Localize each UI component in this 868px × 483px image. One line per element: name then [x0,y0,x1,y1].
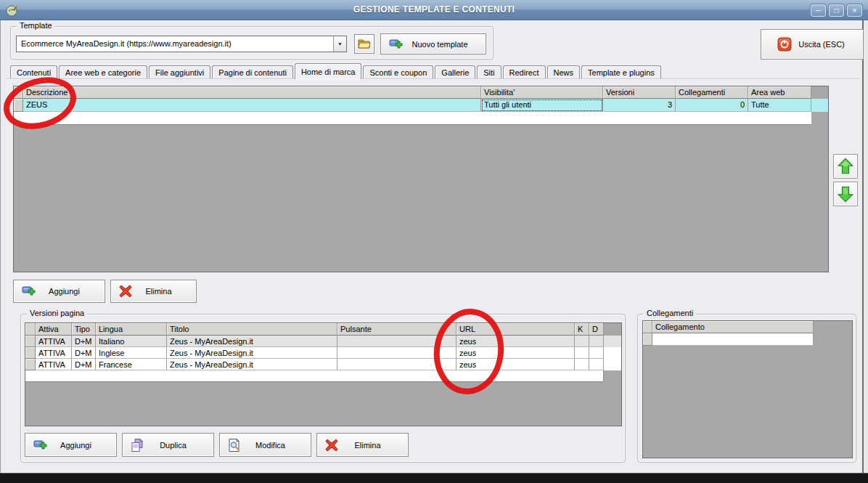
power-icon [777,37,792,52]
edit-search-icon [228,438,241,452]
cell-d[interactable] [589,359,604,370]
col-tipo[interactable]: Tipo [72,323,96,336]
add-version-button[interactable]: Aggiungi [25,433,117,457]
cell-lingua[interactable]: Italiano [96,336,167,347]
row-indicator [25,347,36,359]
col-attiva[interactable]: Attiva [36,323,72,336]
cell-url[interactable]: zeus [456,336,575,347]
open-folder-button[interactable] [354,34,374,54]
empty-row[interactable] [14,112,811,125]
cell-area-web[interactable]: Tutte [748,99,811,112]
delete-version-button[interactable]: Elimina [316,433,409,457]
table-row[interactable]: ZEUS Tutti gli utenti 3 0 Tutte [14,99,828,112]
cell-visibilita[interactable]: Tutti gli utenti [481,99,603,112]
col-descrizione[interactable]: Descrizione [23,86,481,99]
tab-template-e-plugins[interactable]: Template e plugins [581,65,661,79]
col-visibilita[interactable]: Visibilita' [481,86,603,99]
tab-aree-web-e-categorie[interactable]: Aree web e categorie [59,65,147,79]
cell-pulsante[interactable] [337,347,456,359]
col-lingua[interactable]: Lingua [96,323,167,336]
add-page-button[interactable]: Aggiungi [13,280,105,303]
col-k[interactable]: K [575,323,589,336]
cell-url[interactable]: zeus [456,359,575,370]
row-indicator [14,99,23,112]
template-combobox[interactable]: Ecommerce MyAreaDesign.it (https://www.m… [16,36,347,52]
tab-home-di-marca[interactable]: Home di marca [295,63,362,79]
add-icon [22,285,36,297]
tab-sconti-e-coupon[interactable]: Sconti e coupon [363,65,433,79]
cell-tipo[interactable]: D+M [72,359,96,370]
cell-descrizione[interactable]: ZEUS [23,99,481,112]
pages-grid[interactable]: Descrizione Visibilita' Versioni Collega… [13,86,829,272]
row-indicator-header [25,323,36,336]
delete-x-icon [325,439,338,452]
new-template-button[interactable]: Nuovo template [380,33,486,54]
tab-siti[interactable]: Siti [477,65,501,79]
col-pulsante[interactable]: Pulsante [337,323,456,336]
cell-versioni[interactable]: 3 [603,99,676,112]
cell-lingua[interactable]: Inglese [96,347,167,359]
col-area-web[interactable]: Area web [748,86,811,99]
add-icon [389,38,403,50]
add-version-label: Aggiungi [60,441,91,450]
links-grid-header: Collegamento [643,321,852,333]
links-grid[interactable]: Collegamento [642,320,853,458]
cell-url[interactable]: zeus [456,347,575,359]
cell-k[interactable] [575,359,589,370]
row-indicator-header [643,321,652,333]
tab-redirect[interactable]: Redirect [503,65,546,79]
move-up-button[interactable] [833,154,858,179]
cell-d[interactable] [589,347,604,359]
template-combobox-value: Ecommerce MyAreaDesign.it (https://www.m… [17,36,333,52]
tab-pagine-di-contenuti[interactable]: Pagine di contenuti [212,65,293,79]
tab-contenuti[interactable]: Contenuti [10,65,57,79]
duplicate-version-label: Duplica [160,441,187,450]
edit-version-label: Modifica [255,441,285,450]
table-row[interactable]: ATTIVA D+M Italiano Zeus - MyAreaDesign.… [25,336,621,347]
cell-collegamento[interactable] [652,333,814,346]
versions-grid[interactable]: Attiva Tipo Lingua Titolo Pulsante URL K… [25,322,622,426]
cell-d[interactable] [589,336,604,347]
cell-pulsante[interactable] [337,359,456,370]
tab-bar: Contenuti Aree web e categorie File aggi… [10,63,663,79]
cell-attiva[interactable]: ATTIVA [36,347,72,359]
edit-version-button[interactable]: Modifica [219,433,311,457]
cell-tipo[interactable]: D+M [72,347,96,359]
tab-gallerie[interactable]: Gallerie [435,65,475,79]
delete-page-button[interactable]: Elimina [110,280,197,303]
col-collegamento[interactable]: Collegamento [652,321,814,333]
cell-titolo[interactable]: Zeus - MyAreaDesign.it [167,359,337,370]
cell-titolo[interactable]: Zeus - MyAreaDesign.it [167,336,337,347]
cell-titolo[interactable]: Zeus - MyAreaDesign.it [167,347,337,359]
tab-file-aggiuntivi[interactable]: File aggiuntivi [149,65,210,79]
close-button[interactable]: × [847,4,862,17]
row-indicator [25,359,36,370]
col-url[interactable]: URL [456,323,575,336]
maximize-button[interactable]: □ [829,4,844,17]
col-d[interactable]: D [589,323,604,336]
new-template-label: Nuovo template [412,40,467,49]
cell-pulsante[interactable] [337,336,456,347]
cell-attiva[interactable]: ATTIVA [36,336,72,347]
cell-collegamenti[interactable]: 0 [676,99,748,112]
table-row[interactable]: ATTIVA D+M Francese Zeus - MyAreaDesign.… [25,359,621,370]
empty-row[interactable] [25,370,604,382]
cell-attiva[interactable]: ATTIVA [36,359,72,370]
exit-button[interactable]: Uscita (ESC) [761,29,864,60]
cell-tipo[interactable]: D+M [72,336,96,347]
duplicate-version-button[interactable]: Duplica [122,433,214,457]
col-versioni[interactable]: Versioni [603,86,676,99]
tab-news[interactable]: News [547,65,581,79]
col-titolo[interactable]: Titolo [167,323,337,336]
minimize-button[interactable]: ─ [811,4,826,17]
empty-row[interactable] [643,333,852,346]
tab-page-edge [6,78,859,80]
move-down-button[interactable] [833,182,858,206]
table-row[interactable]: ATTIVA D+M Inglese Zeus - MyAreaDesign.i… [25,347,621,359]
cell-k[interactable] [575,347,589,359]
cell-k[interactable] [575,336,589,347]
combobox-dropdown-icon[interactable]: ▼ [333,36,346,52]
col-collegamenti[interactable]: Collegamenti [676,86,748,99]
cell-lingua[interactable]: Francese [96,359,167,370]
window-bottom-edge [0,473,868,483]
